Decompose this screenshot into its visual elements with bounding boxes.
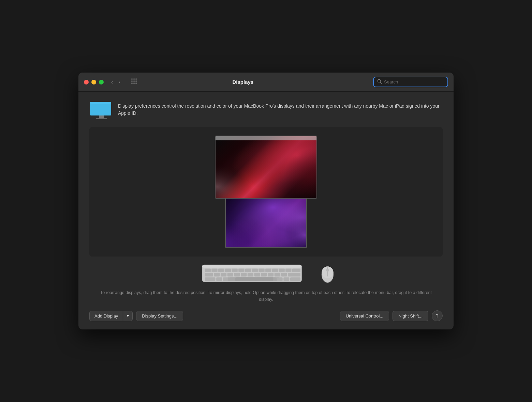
svg-rect-24 bbox=[218, 268, 224, 272]
universal-control-button[interactable]: Universal Control... bbox=[340, 311, 389, 321]
content-area: Display preferences control the resoluti… bbox=[78, 92, 454, 329]
svg-rect-26 bbox=[232, 268, 237, 272]
display-settings-button[interactable]: Display Settings... bbox=[136, 311, 183, 321]
search-input[interactable] bbox=[384, 79, 444, 84]
svg-rect-50 bbox=[216, 277, 222, 281]
keyboard-icon bbox=[195, 263, 311, 284]
night-shift-button[interactable]: Night Shift... bbox=[393, 311, 428, 321]
traffic-lights bbox=[84, 80, 104, 84]
svg-rect-31 bbox=[265, 268, 271, 272]
svg-rect-25 bbox=[225, 268, 231, 272]
svg-rect-27 bbox=[238, 268, 244, 272]
mouse-icon bbox=[318, 264, 337, 283]
svg-rect-21 bbox=[202, 265, 301, 268]
display-menu-bar bbox=[216, 136, 316, 140]
svg-rect-43 bbox=[254, 273, 260, 276]
svg-rect-11 bbox=[90, 102, 111, 115]
svg-point-15 bbox=[222, 136, 316, 198]
svg-rect-41 bbox=[241, 273, 247, 276]
svg-rect-62 bbox=[290, 277, 300, 281]
svg-rect-14 bbox=[96, 118, 107, 119]
svg-rect-49 bbox=[205, 277, 215, 281]
svg-rect-46 bbox=[274, 273, 280, 276]
svg-point-18 bbox=[226, 206, 276, 247]
display-bottom-wallpaper bbox=[226, 192, 306, 247]
displays-container bbox=[208, 136, 324, 248]
titlebar: ‹ › Displays bbox=[78, 73, 454, 92]
svg-rect-47 bbox=[281, 273, 287, 276]
svg-point-16 bbox=[216, 146, 283, 198]
peripherals-area bbox=[89, 263, 443, 284]
minimize-button[interactable] bbox=[91, 80, 96, 84]
svg-rect-12 bbox=[90, 102, 111, 104]
add-display-button[interactable]: Add Display bbox=[90, 311, 123, 321]
help-button[interactable]: ? bbox=[432, 310, 443, 321]
monitor-icon bbox=[89, 101, 111, 119]
hint-text: To rearrange displays, drag them to the … bbox=[89, 289, 443, 303]
svg-rect-30 bbox=[258, 268, 264, 272]
info-row: Display preferences control the resoluti… bbox=[89, 101, 443, 119]
svg-rect-22 bbox=[205, 268, 210, 272]
svg-rect-60 bbox=[277, 277, 282, 281]
svg-rect-61 bbox=[283, 277, 289, 281]
svg-rect-44 bbox=[261, 273, 267, 276]
svg-rect-13 bbox=[99, 115, 104, 118]
search-box bbox=[373, 77, 448, 87]
add-display-split-button[interactable]: Add Display ▼ bbox=[89, 311, 133, 321]
bottom-buttons: Add Display ▼ Display Settings... Univer… bbox=[89, 310, 443, 321]
svg-point-67 bbox=[326, 268, 329, 272]
svg-rect-38 bbox=[221, 273, 226, 276]
display-arrangement-area[interactable] bbox=[89, 127, 443, 257]
svg-rect-33 bbox=[279, 268, 284, 272]
display-top[interactable] bbox=[215, 136, 317, 199]
svg-rect-39 bbox=[227, 273, 233, 276]
close-button[interactable] bbox=[84, 80, 89, 84]
svg-rect-48 bbox=[288, 273, 300, 276]
display-top-wallpaper bbox=[216, 136, 316, 198]
svg-point-17 bbox=[226, 192, 306, 247]
svg-rect-23 bbox=[211, 268, 217, 272]
svg-line-10 bbox=[380, 82, 382, 84]
add-display-dropdown-arrow[interactable]: ▼ bbox=[123, 311, 132, 321]
maximize-button[interactable] bbox=[99, 80, 104, 84]
window-title: Displays bbox=[117, 79, 369, 85]
back-button[interactable]: ‹ bbox=[109, 78, 115, 87]
svg-rect-42 bbox=[247, 273, 253, 276]
display-bottom[interactable] bbox=[225, 192, 307, 248]
svg-rect-34 bbox=[285, 268, 291, 272]
svg-rect-28 bbox=[245, 268, 251, 272]
svg-rect-40 bbox=[234, 273, 240, 276]
main-window: ‹ › Displays bbox=[78, 73, 454, 329]
svg-rect-29 bbox=[252, 268, 257, 272]
info-description: Display preferences control the resoluti… bbox=[118, 101, 443, 117]
svg-rect-36 bbox=[205, 273, 213, 276]
svg-point-19 bbox=[259, 198, 306, 247]
svg-rect-63 bbox=[235, 277, 273, 281]
svg-rect-45 bbox=[268, 273, 274, 276]
svg-rect-37 bbox=[214, 273, 220, 276]
search-icon bbox=[377, 79, 382, 85]
svg-rect-35 bbox=[292, 268, 300, 272]
svg-rect-32 bbox=[272, 268, 278, 272]
